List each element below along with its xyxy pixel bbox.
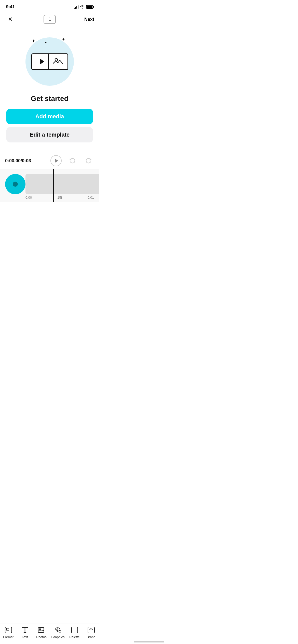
timeline-ruler: 0:00 15f 0:01 15f bbox=[0, 196, 99, 199]
page-indicator[interactable]: 1 bbox=[44, 15, 56, 24]
get-started-title: Get started bbox=[31, 95, 69, 103]
top-nav: ✕ 1 Next bbox=[0, 12, 99, 28]
wifi-icon bbox=[80, 5, 85, 9]
sparkle-4: · bbox=[72, 44, 73, 47]
next-button[interactable]: Next bbox=[84, 16, 94, 23]
timeline-clip[interactable] bbox=[5, 174, 25, 194]
timeline-playhead bbox=[53, 169, 54, 202]
close-button[interactable]: ✕ bbox=[5, 14, 15, 24]
svg-point-1 bbox=[55, 58, 58, 61]
image-svg bbox=[53, 57, 63, 66]
sparkle-2: ✦ bbox=[45, 41, 47, 44]
play-triangle bbox=[40, 58, 44, 65]
timeline-section: 0:00.00/0:03 0:00 15f bbox=[0, 148, 99, 202]
signal-icon bbox=[74, 5, 78, 9]
sparkle-1: ✦ bbox=[32, 39, 35, 43]
ruler-0-00: 0:00 bbox=[25, 196, 32, 199]
sparkle-5: · bbox=[71, 77, 71, 79]
status-icons bbox=[74, 5, 93, 9]
ruler-15f-1: 15f bbox=[57, 196, 62, 199]
timeline-controls: 0:00.00/0:03 bbox=[0, 153, 99, 169]
edit-template-button[interactable]: Edit a template bbox=[6, 127, 93, 142]
ruler-0-01: 0:01 bbox=[87, 196, 94, 199]
undo-button[interactable] bbox=[67, 155, 78, 166]
sparkle-3: ✦ bbox=[62, 37, 65, 41]
undo-icon bbox=[69, 158, 75, 164]
add-media-button[interactable]: Add media bbox=[6, 109, 93, 124]
media-illustration bbox=[31, 53, 68, 70]
redo-button[interactable] bbox=[83, 155, 94, 166]
play-button[interactable] bbox=[50, 155, 62, 166]
main-content: ✦ ✦ ✦ · · Get started Add media Edit a t… bbox=[0, 28, 99, 148]
timeline-empty-bar bbox=[25, 174, 99, 194]
close-icon: ✕ bbox=[8, 16, 12, 23]
play-triangle-icon bbox=[55, 159, 58, 163]
battery-icon bbox=[86, 5, 93, 9]
redo-icon bbox=[86, 158, 92, 164]
image-icon-box bbox=[48, 53, 68, 70]
illustration-container: ✦ ✦ ✦ · · bbox=[24, 36, 75, 87]
clip-inner bbox=[13, 182, 18, 187]
timeline-time: 0:00.00/0:03 bbox=[5, 158, 45, 164]
status-bar: 9:41 bbox=[0, 0, 99, 12]
svg-rect-0 bbox=[53, 57, 63, 66]
timeline-track[interactable]: 0:00 15f 0:01 15f bbox=[0, 169, 99, 202]
status-time: 9:41 bbox=[6, 4, 15, 9]
